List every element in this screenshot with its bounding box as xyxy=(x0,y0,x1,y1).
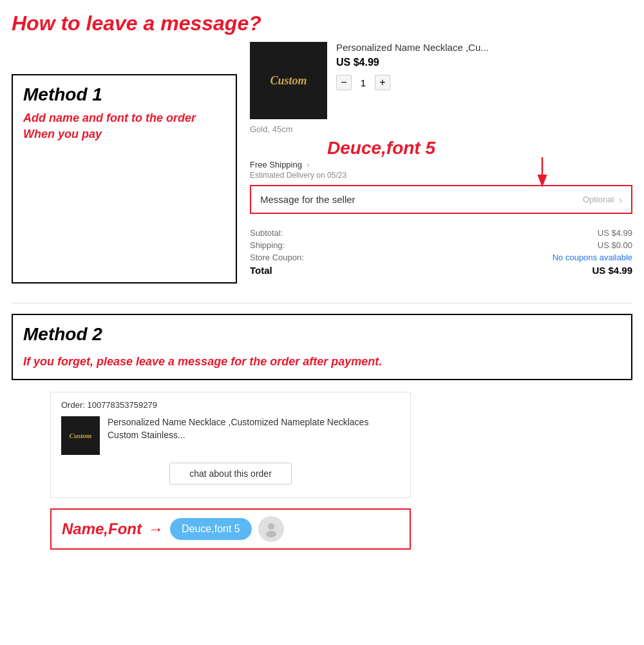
message-optional-text: Optional xyxy=(583,195,614,204)
total-label: Total xyxy=(250,265,272,276)
method2-title: Method 2 xyxy=(23,324,621,345)
shipping-label: Free Shipping xyxy=(250,160,302,169)
method1-title: Method 1 xyxy=(23,84,225,105)
total-value: US $4.99 xyxy=(592,265,632,276)
order-number: Order: 100778353759279 xyxy=(61,400,400,410)
coupon-label: Store Coupon: xyxy=(250,253,304,262)
bottom-annotation-bar: Name,Font → Deuce,font 5 xyxy=(50,508,411,550)
product-panel: Custom Personalized Name Necklace ,Cu...… xyxy=(250,42,632,284)
message-chevron-icon: › xyxy=(619,195,622,205)
chat-about-order-button[interactable]: chat about this order xyxy=(169,463,292,485)
order-item-image: Custom xyxy=(61,416,100,455)
message-right: Optional › xyxy=(583,195,622,205)
product-image: Custom xyxy=(250,42,327,119)
shipping-summary-value: US $0.00 xyxy=(598,240,632,250)
product-price: US $4.99 xyxy=(336,57,632,68)
order-summary: Subtotal: US $4.99 Shipping: US $0.00 St… xyxy=(250,223,632,284)
shipping-chevron: › xyxy=(307,160,310,169)
svg-point-3 xyxy=(266,531,276,537)
product-image-text: Custom xyxy=(270,74,307,88)
arrow-down-icon xyxy=(523,157,562,189)
svg-point-2 xyxy=(268,523,274,530)
order-item-name: Personalized Name Necklace ,Customized N… xyxy=(108,416,400,441)
message-seller-box[interactable]: Message for the seller Optional › xyxy=(250,185,632,214)
page-title: How to leave a message? xyxy=(12,12,632,35)
shipping-summary-row: Shipping: US $0.00 xyxy=(250,240,632,250)
page-wrapper: How to leave a message? Method 1 Add nam… xyxy=(0,0,644,645)
product-variant: Gold, 45cm xyxy=(250,124,632,134)
order-item-image-text: Custom xyxy=(70,432,92,439)
deuce-annotation-label: Deuce,font 5 xyxy=(327,138,435,158)
method1-box: Method 1 Add name and font to the order … xyxy=(12,74,237,284)
method2-box: Method 2 If you forget, please leave a m… xyxy=(12,314,632,380)
message-seller-label: Message for the seller xyxy=(260,194,355,205)
product-info: Personalized Name Necklace ,Cu... US $4.… xyxy=(336,42,632,94)
top-section: Method 1 Add name and font to the order … xyxy=(12,42,632,284)
arrow-right-icon: → xyxy=(148,520,164,538)
subtotal-label: Subtotal: xyxy=(250,228,283,238)
section-divider xyxy=(12,303,632,303)
name-font-label: Name,Font xyxy=(62,520,142,538)
product-header: Custom Personalized Name Necklace ,Cu...… xyxy=(250,42,632,119)
quantity-row: − 1 + xyxy=(336,75,632,90)
deuce-font-bubble: Deuce,font 5 xyxy=(170,518,252,540)
quantity-decrease-button[interactable]: − xyxy=(336,75,352,90)
method1-description: Add name and font to the order When you … xyxy=(23,110,225,142)
avatar xyxy=(258,516,284,542)
delivery-label: Estimated Delivery on 05/23 xyxy=(250,171,632,180)
coupon-value: No coupons available xyxy=(553,253,632,262)
deuce-annotation-container: Deuce,font 5 xyxy=(250,138,632,159)
quantity-value: 1 xyxy=(357,77,370,88)
subtotal-value: US $4.99 xyxy=(598,228,632,238)
avatar-icon xyxy=(262,520,280,538)
order-item-row: Custom Personalized Name Necklace ,Custo… xyxy=(61,416,400,455)
bottom-section: Method 2 If you forget, please leave a m… xyxy=(12,314,632,550)
shipping-summary-label: Shipping: xyxy=(250,240,285,250)
coupon-row: Store Coupon: No coupons available xyxy=(250,253,632,262)
total-row: Total US $4.99 xyxy=(250,265,632,276)
chat-button-row: chat about this order xyxy=(61,463,400,485)
shipping-row: Free Shipping › xyxy=(250,160,632,169)
product-name: Personalized Name Necklace ,Cu... xyxy=(336,42,632,53)
order-card: Order: 100778353759279 Custom Personaliz… xyxy=(50,392,411,498)
method2-description: If you forget, please leave a message fo… xyxy=(23,354,621,370)
subtotal-row: Subtotal: US $4.99 xyxy=(250,228,632,238)
quantity-increase-button[interactable]: + xyxy=(375,75,390,90)
